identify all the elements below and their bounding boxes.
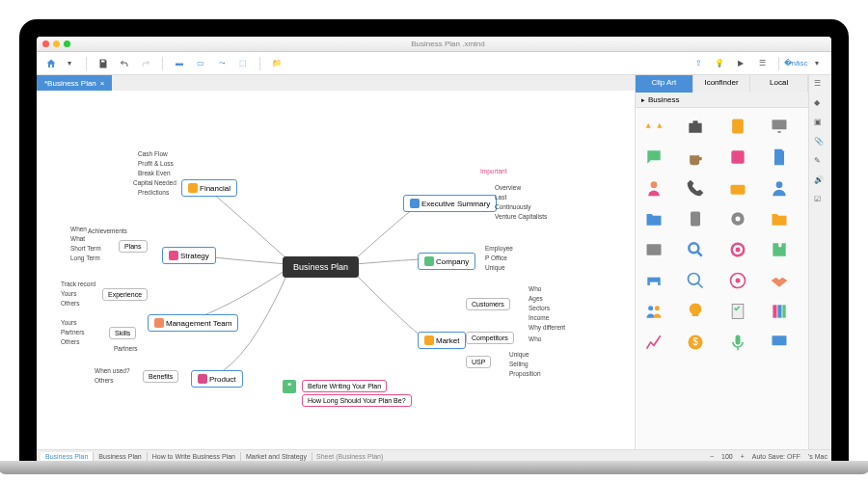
- image-tool-icon[interactable]: ▣: [814, 118, 827, 131]
- share-icon[interactable]: �născ: [789, 57, 802, 70]
- phone-icon[interactable]: [683, 175, 708, 201]
- coffee-icon[interactable]: [683, 145, 708, 170]
- scales-icon[interactable]: [641, 114, 666, 139]
- briefcase-icon[interactable]: [683, 114, 708, 139]
- user-icon[interactable]: [767, 175, 792, 201]
- node-exec[interactable]: Executive Summary: [403, 195, 497, 212]
- presentation-icon[interactable]: ▶: [734, 57, 747, 70]
- node-center[interactable]: Business Plan: [283, 256, 359, 278]
- subtopic-icon[interactable]: ▭: [194, 57, 207, 70]
- tab-clipart[interactable]: Clip Art: [636, 75, 693, 93]
- window-icon[interactable]: [641, 237, 666, 262]
- leaf[interactable]: Predictions: [133, 187, 174, 198]
- node-competitors[interactable]: Competitors: [466, 332, 514, 344]
- folder-orange-icon[interactable]: [767, 206, 792, 231]
- redo-icon[interactable]: [139, 57, 152, 70]
- puzzle-icon[interactable]: [767, 237, 792, 262]
- folder-icon[interactable]: 📁: [270, 57, 284, 70]
- magnifier-icon[interactable]: [683, 237, 708, 262]
- microphone-icon[interactable]: [725, 330, 750, 355]
- printer-icon[interactable]: [641, 268, 666, 293]
- support-agent-icon[interactable]: [641, 175, 666, 201]
- handshake-icon[interactable]: [767, 268, 792, 293]
- abacus-icon[interactable]: [725, 145, 750, 170]
- node-company[interactable]: Company: [418, 253, 475, 270]
- toolbar-menu-icon[interactable]: ▾: [810, 57, 824, 70]
- sheet-tab[interactable]: How to Write Business Plan: [148, 452, 241, 461]
- node-product[interactable]: Product: [191, 370, 243, 388]
- target-icon[interactable]: [725, 237, 750, 262]
- leaf[interactable]: Proposition: [504, 368, 546, 379]
- tab-local[interactable]: Local: [750, 75, 808, 93]
- export-icon[interactable]: ⇪: [692, 57, 705, 70]
- marker-icon[interactable]: ◆: [814, 98, 827, 112]
- chart-icon[interactable]: [641, 330, 666, 355]
- node-experience[interactable]: Experience: [102, 288, 148, 301]
- leaf[interactable]: Who: [524, 334, 546, 344]
- leaf[interactable]: Others: [56, 298, 85, 308]
- lightbulb-icon[interactable]: [683, 299, 708, 324]
- zoom-in-button[interactable]: +: [741, 453, 745, 460]
- home-icon[interactable]: [44, 57, 58, 70]
- mindmap-canvas[interactable]: Business Plan Financial Cash Flow Profit…: [37, 91, 635, 449]
- leaf[interactable]: Others: [56, 336, 85, 347]
- leaf[interactable]: Unique: [480, 262, 510, 273]
- books-icon[interactable]: [767, 299, 792, 324]
- node-skills[interactable]: Skills: [109, 327, 136, 339]
- outline-icon[interactable]: ☰: [814, 79, 827, 93]
- calculator-icon[interactable]: [725, 114, 750, 139]
- node-usp[interactable]: USP: [466, 356, 491, 368]
- dropdown-icon[interactable]: ▾: [63, 57, 76, 70]
- idea-icon[interactable]: 💡: [713, 57, 726, 70]
- clipboard-icon[interactable]: [683, 206, 708, 231]
- node-plans[interactable]: Plans: [119, 240, 148, 253]
- relationship-icon[interactable]: ⤳: [215, 57, 229, 70]
- leaf[interactable]: Why different: [524, 322, 570, 333]
- monitor-icon[interactable]: [767, 330, 792, 355]
- note-howlong[interactable]: How Long Should Your Plan Be?: [302, 394, 412, 407]
- category-business[interactable]: Business: [636, 93, 808, 108]
- topic-icon[interactable]: ▬: [173, 57, 186, 70]
- boundary-icon[interactable]: ⬚: [236, 57, 250, 70]
- attach-icon[interactable]: 📎: [814, 137, 827, 150]
- leaf[interactable]: Partners: [109, 343, 143, 354]
- sheet-tab[interactable]: Business Plan: [41, 452, 94, 461]
- save-icon[interactable]: [96, 57, 110, 70]
- leaf[interactable]: Achievements: [83, 226, 132, 236]
- document-icon[interactable]: [767, 145, 792, 170]
- leaf[interactable]: Others: [90, 375, 119, 386]
- search-icon[interactable]: [683, 268, 708, 293]
- folder-blue-icon[interactable]: [641, 206, 666, 231]
- note-before[interactable]: Before Writing Your Plan: [302, 380, 387, 392]
- node-customers[interactable]: Customers: [466, 298, 510, 310]
- leaf[interactable]: Long Term: [66, 253, 105, 263]
- callout-important[interactable]: Important: [475, 166, 511, 176]
- gear-icon[interactable]: [725, 206, 750, 231]
- coin-icon[interactable]: $: [683, 330, 708, 355]
- note-icon[interactable]: ✎: [814, 156, 827, 170]
- gantt-icon[interactable]: ☰: [755, 57, 769, 70]
- window-minimize[interactable]: [53, 40, 60, 47]
- close-tab-icon[interactable]: ×: [100, 79, 105, 88]
- radio-icon[interactable]: [725, 175, 750, 201]
- task-icon[interactable]: ☑: [814, 195, 827, 208]
- node-strategy[interactable]: Strategy: [162, 247, 216, 264]
- leaf[interactable]: Venture Capitalists: [490, 211, 552, 222]
- node-mgmt[interactable]: Management Team: [148, 314, 238, 332]
- document-tab[interactable]: *Business Plan ×: [37, 75, 112, 91]
- chat-icon[interactable]: [641, 145, 666, 170]
- desktop-icon[interactable]: [767, 114, 792, 139]
- tab-iconfinder[interactable]: Iconfinder: [693, 75, 751, 93]
- checklist-icon[interactable]: [725, 299, 750, 324]
- sheet-tab[interactable]: Business Plan: [94, 452, 147, 461]
- node-market[interactable]: Market: [418, 332, 466, 349]
- zoom-out-button[interactable]: −: [710, 453, 714, 460]
- window-maximize[interactable]: [64, 40, 70, 47]
- window-close[interactable]: [42, 40, 49, 47]
- people-icon[interactable]: [641, 299, 666, 324]
- audio-icon[interactable]: 🔊: [814, 175, 827, 189]
- undo-icon[interactable]: [118, 57, 131, 70]
- node-benefits[interactable]: Benefits: [143, 370, 178, 383]
- node-financial[interactable]: Financial: [181, 179, 237, 197]
- bullseye-icon[interactable]: [725, 268, 750, 293]
